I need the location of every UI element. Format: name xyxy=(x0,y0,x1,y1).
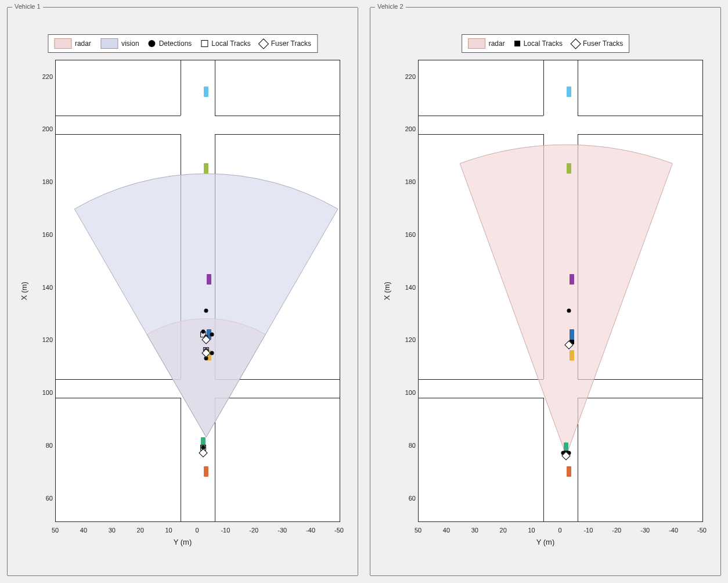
vehicle-marker xyxy=(570,350,574,361)
fuser-tracks-icon xyxy=(570,38,581,49)
legend-2: radar Local Tracks Fuser Tracks xyxy=(462,34,630,53)
detections-icon xyxy=(149,40,156,47)
xtick: -20 xyxy=(249,527,258,534)
vehicle-marker xyxy=(204,466,208,477)
ytick: 100 xyxy=(399,389,416,396)
detections-marker xyxy=(210,332,214,336)
panel-vehicle-1: Vehicle 1 radar vision Detections Local … xyxy=(7,7,358,576)
ytick: 200 xyxy=(37,125,53,132)
ytick: 180 xyxy=(399,178,416,185)
vehicle-marker xyxy=(567,466,571,477)
xtick: 10 xyxy=(528,527,535,534)
xtick: -30 xyxy=(277,527,287,534)
panel-title: Vehicle 1 xyxy=(12,3,43,10)
ytick: 140 xyxy=(399,284,416,291)
legend-label: vision xyxy=(121,39,139,48)
ytick: 80 xyxy=(37,442,53,449)
xlabel: Y (m) xyxy=(174,538,192,546)
vehicle-marker xyxy=(567,163,571,174)
local-tracks-icon xyxy=(514,41,520,46)
plot-area-2[interactable]: radar Local Tracks Fuser Tracks Y (m) X … xyxy=(376,13,715,568)
xtick: 0 xyxy=(195,527,199,534)
legend-label: radar xyxy=(489,39,505,48)
vehicle-marker xyxy=(204,87,208,97)
xtick: -50 xyxy=(334,527,344,534)
ytick: 200 xyxy=(399,125,416,132)
xtick: -10 xyxy=(221,527,230,534)
xtick: 50 xyxy=(52,527,59,534)
radar-swatch-icon xyxy=(54,38,71,49)
vehicle-marker xyxy=(570,274,574,285)
xtick: 30 xyxy=(471,527,478,534)
legend-label: Detections xyxy=(159,39,192,48)
xtick: -10 xyxy=(583,527,593,534)
xtick: -20 xyxy=(612,527,621,534)
detections-marker xyxy=(567,309,571,313)
detections-marker xyxy=(204,309,208,313)
ytick: 220 xyxy=(399,73,416,80)
axes-1[interactable] xyxy=(55,60,340,522)
panel-vehicle-2: Vehicle 2 radar Local Tracks Fuser Track… xyxy=(370,7,721,576)
xtick: -40 xyxy=(306,527,315,534)
ylabel: X (m) xyxy=(383,282,391,300)
vehicle-marker xyxy=(204,163,208,174)
xtick: 30 xyxy=(109,527,116,534)
plot-area-1[interactable]: radar vision Detections Local Tracks Fus… xyxy=(13,13,352,568)
legend-label: Local Tracks xyxy=(524,39,563,48)
legend-1: radar vision Detections Local Tracks Fus… xyxy=(48,34,318,53)
ytick: 160 xyxy=(399,231,416,238)
ytick: 60 xyxy=(399,495,416,502)
xlabel: Y (m) xyxy=(536,538,555,546)
legend-label: radar xyxy=(75,39,91,48)
panel-title: Vehicle 2 xyxy=(375,3,406,10)
xtick: -30 xyxy=(640,527,650,534)
vision-swatch-icon xyxy=(100,38,118,49)
local-tracks-icon xyxy=(201,40,208,47)
xtick: 10 xyxy=(165,527,172,534)
ylabel: X (m) xyxy=(20,282,28,300)
xtick: -50 xyxy=(697,527,707,534)
ytick: 160 xyxy=(37,231,53,238)
vehicle-marker xyxy=(570,329,574,340)
legend-label: Fuser Tracks xyxy=(583,39,623,48)
radar-swatch-icon xyxy=(468,38,485,49)
figure-window: Vehicle 1 radar vision Detections Local … xyxy=(0,0,728,583)
ytick: 180 xyxy=(37,178,53,185)
xtick: 20 xyxy=(137,527,144,534)
xtick: -40 xyxy=(669,527,678,534)
ytick: 80 xyxy=(399,442,416,449)
xtick: 0 xyxy=(558,527,561,534)
xtick: 20 xyxy=(500,527,507,534)
xtick: 40 xyxy=(443,527,450,534)
ytick: 100 xyxy=(37,389,53,396)
ytick: 220 xyxy=(37,73,53,80)
xtick: 40 xyxy=(80,527,87,534)
ytick: 60 xyxy=(37,495,53,502)
vehicle-marker xyxy=(567,87,571,97)
axes-2[interactable] xyxy=(418,60,703,522)
ytick: 120 xyxy=(399,336,416,343)
vehicle-marker xyxy=(207,274,211,285)
ytick: 120 xyxy=(37,336,53,343)
legend-label: Fuser Tracks xyxy=(271,39,311,48)
xtick: 50 xyxy=(415,527,421,534)
ytick: 140 xyxy=(37,284,53,291)
fuser-tracks-icon xyxy=(258,38,269,49)
legend-label: Local Tracks xyxy=(211,39,250,48)
